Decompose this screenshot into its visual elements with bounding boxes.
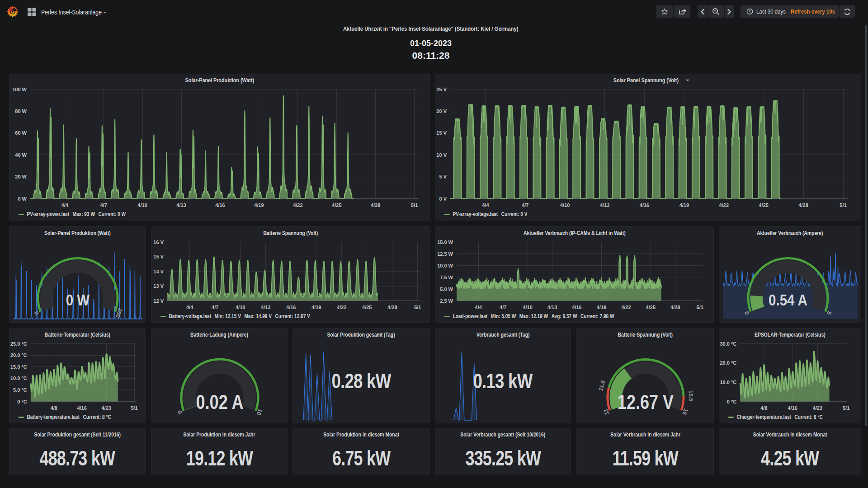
legend-stat: Min: 5.05 W xyxy=(491,313,516,319)
y-tick-label: 12.5 W xyxy=(437,251,453,257)
legend-series-name[interactable]: PV-array-voltage.last xyxy=(453,211,498,217)
x-tick-label: 4/13 xyxy=(261,305,270,310)
x-tick-label: 4/25 xyxy=(332,202,341,208)
grafana-dashboard: Perles Insel-Solaranlage xyxy=(0,0,868,488)
panel-title[interactable]: Solar Verbrauch in diesem Jahr xyxy=(577,432,713,440)
stat-value: 488.73 kW xyxy=(9,446,145,470)
navbar: Perles Insel-Solaranlage xyxy=(0,0,868,23)
y-tick-label: 15.0 W xyxy=(437,239,453,245)
y-tick-label: 5 V xyxy=(439,174,447,179)
panel-title[interactable]: Solar Produktion in diesem Jahr xyxy=(151,432,287,440)
gauge-battery-voltage: 111611.815.512.67 V xyxy=(577,328,713,423)
panel-solar-voltage-graph: Solar Panel Spannung (Volt) 0 V5 V10 V15… xyxy=(435,74,861,221)
panel-epsolar-temp-graph: EPSOLAR-Temperatur (Celsius) 0 °C10.0 °C… xyxy=(719,328,861,423)
gauge-scale-label: 15.5 xyxy=(688,390,694,402)
y-tick-label: 15 V xyxy=(153,254,164,259)
graph-load-power[interactable]: 2.5 W5.0 W7.5 W10.0 W12.5 W15.0 W4/44/74… xyxy=(435,227,713,322)
x-tick-label: 4/25 xyxy=(759,202,768,208)
y-tick-label: 100 W xyxy=(12,87,27,92)
refresh-button[interactable] xyxy=(840,5,855,18)
gauge-value: 12.67 V xyxy=(618,391,674,413)
clock-time: 08:11:28 xyxy=(0,50,862,61)
x-tick-label: 4/4 xyxy=(186,305,193,310)
graph-battery-temp[interactable]: 0 °C5.0 °C10.0 °C15.0 °C20.0 °C25.0 °C4/… xyxy=(9,328,145,423)
gauge-scale-label: 0 xyxy=(176,409,184,415)
panel-title[interactable]: Solar Produktion in diesem Monat xyxy=(293,432,429,440)
zoom-out-button[interactable] xyxy=(708,5,724,18)
gauge-scale-label: 5 xyxy=(826,310,833,316)
x-tick-label: 4/22 xyxy=(719,202,729,208)
x-tick-label: 4/28 xyxy=(798,202,808,208)
x-tick-label: 4/19 xyxy=(597,305,606,310)
graph-solar-voltage[interactable]: 0 V5 V10 V15 V20 V25 V4/44/74/104/134/16… xyxy=(435,74,861,220)
y-tick-label: 20.0 °C xyxy=(720,360,736,366)
gauge-value: 0.02 A xyxy=(196,391,244,413)
legend-series-name[interactable]: Load-power.last xyxy=(453,313,487,319)
text: 11.59 kW xyxy=(612,446,678,470)
x-tick-label: 5/1 xyxy=(414,305,421,310)
panel-title[interactable]: Solar Verbrauch in diesem Monat xyxy=(719,432,861,440)
x-tick-label: 4/22 xyxy=(621,305,631,310)
x-tick-label: 4/4 xyxy=(475,305,482,310)
clock-panel-title: Aktuelle Uhrzeit in "Perles Insel-Solara… xyxy=(0,25,862,32)
x-tick-label: 5/1 xyxy=(411,202,418,208)
y-tick-label: 15.0 °C xyxy=(10,364,27,370)
text: 19.12 kW xyxy=(186,446,252,470)
text: Solar Verbrauch in diesem Monat xyxy=(753,432,827,438)
panel-solar-power-graph: Solar-Panel Produktion (Watt) 0 W20 W40 … xyxy=(9,74,430,221)
panel-production-day-stat: Solar Produktion gesamt (Tag) 0.28 kW xyxy=(292,328,430,423)
y-tick-label: 20 V xyxy=(436,108,447,114)
text: 4.25 kW xyxy=(761,446,819,470)
text: Aktuelle Uhrzeit in "Perles Insel-Solara… xyxy=(343,25,519,32)
clock-date: 01-05-2023 xyxy=(0,39,862,48)
refresh-icon xyxy=(844,8,851,15)
x-tick-label: 4/23 xyxy=(813,405,822,411)
stat-value: 0.13 kW xyxy=(435,369,571,393)
legend-series-name[interactable]: PV-array-power.last xyxy=(27,211,69,217)
panel-title[interactable]: Solar Verbrauch gesamt (Seit 10/2016) xyxy=(435,432,571,440)
x-tick-label: 4/19 xyxy=(254,202,264,208)
star-button[interactable] xyxy=(656,5,673,18)
grafana-logo[interactable] xyxy=(6,5,19,18)
x-tick-label: 5/1 xyxy=(843,405,849,411)
text: Solar Produktion gesamt (Seit 11/2016) xyxy=(34,432,120,438)
star-icon xyxy=(661,8,668,15)
legend-series-color xyxy=(444,316,450,317)
y-tick-label: 25 V xyxy=(436,87,447,92)
graph-solar-power[interactable]: 0 W20 W40 W60 W80 W100 W4/44/74/104/134/… xyxy=(9,74,429,220)
graph-epsolar-temp[interactable]: 0 °C10.0 °C20.0 °C30.0 °C4/84/164/235/1 xyxy=(719,328,861,423)
legend-series-name[interactable]: Battery-temperature.last xyxy=(27,414,80,420)
legend-series-color xyxy=(160,316,166,317)
time-back-button[interactable] xyxy=(698,5,707,18)
stat-value: 4.25 kW xyxy=(719,446,861,470)
legend-series-name[interactable]: Battery-voltage.last xyxy=(169,313,211,319)
page-scrollbar-thumb[interactable] xyxy=(865,25,867,426)
legend: PV-array-voltage.last Current: 0 V xyxy=(444,211,531,217)
text: Solar Produktion in diesem Jahr xyxy=(183,432,255,438)
time-picker-button[interactable]: Last 30 days Refresh every 10s xyxy=(741,5,839,18)
y-tick-label: 20 W xyxy=(15,174,27,179)
legend-stat: Current: 8 °C xyxy=(83,414,111,420)
time-forward-button[interactable] xyxy=(725,5,734,18)
y-tick-label: 10 V xyxy=(436,152,447,158)
legend: Load-power.last Min: 5.05 W Max: 12.19 W… xyxy=(444,313,618,319)
panel-title[interactable]: Solar Produktion gesamt (Seit 11/2016) xyxy=(9,432,145,440)
gauge-charge: 0100.02 A xyxy=(151,328,287,423)
y-tick-label: 2.5 W xyxy=(440,298,453,304)
y-tick-label: 14 V xyxy=(153,269,164,274)
dashboard-title-dropdown[interactable]: Perles Insel-Solaranlage xyxy=(41,0,107,23)
share-button[interactable] xyxy=(674,5,690,18)
legend-series-color xyxy=(728,417,734,418)
panel-consumption-day-stat: Verbrauch gesamt (Tag) 0.13 kW xyxy=(435,328,571,423)
y-tick-label: 0 °C xyxy=(17,399,27,404)
graph-battery-voltage[interactable]: 12 V13 V14 V15 V16 V4/44/74/104/134/164/… xyxy=(151,227,429,322)
panel-stat-consumption-total: Solar Verbrauch gesamt (Seit 10/2016) 33… xyxy=(435,428,571,475)
zoom-out-icon xyxy=(712,8,720,15)
dashboard-grid-icon[interactable] xyxy=(28,8,36,16)
x-tick-label: 4/25 xyxy=(362,305,372,310)
x-tick-label: 4/16 xyxy=(77,405,86,411)
x-tick-label: 4/4 xyxy=(61,202,69,208)
legend-series-name[interactable]: Charger-temperature.last xyxy=(736,414,791,420)
time-range-label: Last 30 days xyxy=(756,8,786,15)
panel-charge-gauge: Batterie-Ladung (Ampere) 0100.02 A xyxy=(151,328,288,423)
